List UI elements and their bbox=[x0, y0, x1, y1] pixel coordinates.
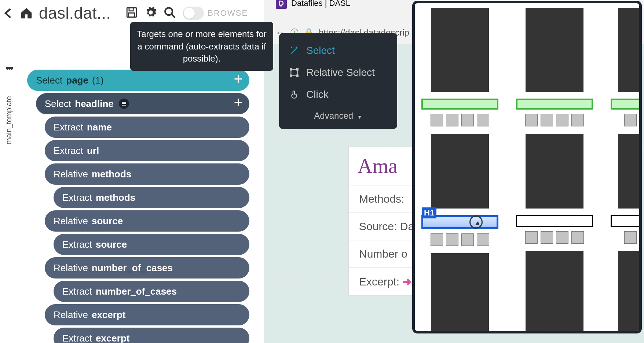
mm-square[interactable] bbox=[446, 233, 458, 246]
mm-square[interactable] bbox=[571, 114, 584, 126]
extract-node[interactable]: Extract name bbox=[45, 117, 249, 138]
cmd-label: Relative bbox=[54, 215, 88, 227]
mm-column: H1 bbox=[421, 8, 498, 333]
mm-squares bbox=[624, 231, 642, 244]
mm-square[interactable] bbox=[525, 114, 538, 126]
mm-block[interactable] bbox=[431, 134, 489, 209]
mm-squares bbox=[431, 114, 489, 126]
mm-square[interactable] bbox=[640, 231, 642, 244]
mm-empty-bar[interactable] bbox=[516, 215, 593, 227]
cursor-icon bbox=[469, 215, 483, 229]
wand-icon bbox=[289, 46, 300, 55]
svg-rect-11 bbox=[290, 75, 292, 77]
context-menu: Select Relative Select Click Advanced ▼ bbox=[279, 33, 397, 129]
mm-block[interactable] bbox=[618, 8, 642, 92]
mm-square[interactable] bbox=[461, 114, 474, 126]
mm-green-bar[interactable] bbox=[421, 99, 498, 110]
mm-square[interactable] bbox=[461, 233, 474, 246]
arg-label: methods bbox=[96, 192, 135, 203]
mm-square[interactable] bbox=[431, 114, 443, 126]
svg-rect-5 bbox=[122, 102, 126, 103]
extract-node[interactable]: Extract methods bbox=[54, 187, 249, 208]
mm-square[interactable] bbox=[624, 231, 637, 244]
mm-block[interactable] bbox=[526, 8, 583, 92]
mm-square[interactable] bbox=[640, 114, 642, 126]
select-page-node[interactable]: Select page (1) + bbox=[27, 70, 249, 91]
command-tree: Select page (1) + Select headline + Extr… bbox=[27, 70, 249, 343]
hand-click-icon bbox=[289, 90, 300, 99]
extract-node[interactable]: Extract number_of_cases bbox=[54, 281, 249, 302]
svg-rect-9 bbox=[290, 69, 292, 70]
svg-point-3 bbox=[165, 8, 173, 15]
mm-block[interactable] bbox=[618, 134, 642, 209]
mm-square[interactable] bbox=[446, 114, 458, 126]
menu-label: Relative Select bbox=[306, 67, 375, 78]
mm-green-bar[interactable] bbox=[516, 99, 593, 110]
browse-label: BROWSE bbox=[208, 8, 248, 18]
svg-rect-10 bbox=[297, 69, 298, 70]
browser-tab[interactable]: D͇ Datafiles | DASL bbox=[276, 0, 350, 9]
cmd-label: Extract bbox=[54, 145, 83, 156]
relative-node[interactable]: Relative excerpt bbox=[45, 304, 249, 325]
browse-toggle[interactable]: BROWSE bbox=[183, 7, 248, 20]
svg-rect-7 bbox=[122, 105, 126, 106]
menu-label: Click bbox=[306, 89, 329, 100]
menu-item-click[interactable]: Click bbox=[279, 84, 397, 106]
extract-node[interactable]: Extract url bbox=[45, 140, 249, 161]
mm-square[interactable] bbox=[556, 231, 568, 244]
mm-block[interactable] bbox=[618, 251, 642, 333]
cmd-label: Extract bbox=[62, 286, 92, 297]
mm-selected-bar[interactable]: H1 bbox=[421, 215, 498, 229]
menu-item-relative-select[interactable]: Relative Select bbox=[279, 62, 397, 84]
toggle-track[interactable] bbox=[183, 7, 204, 20]
mm-square[interactable] bbox=[541, 114, 553, 126]
mm-squares bbox=[431, 233, 489, 246]
mm-block[interactable] bbox=[431, 8, 489, 92]
arg-label: excerpt bbox=[96, 333, 130, 343]
element-tag: H1 bbox=[422, 207, 436, 218]
mm-square[interactable] bbox=[477, 233, 489, 246]
select-headline-node[interactable]: Select headline + bbox=[36, 93, 249, 114]
relative-node[interactable]: Relative number_of_cases bbox=[45, 257, 249, 279]
mm-block[interactable] bbox=[526, 134, 583, 209]
home-icon[interactable] bbox=[18, 4, 35, 22]
save-icon[interactable] bbox=[125, 6, 138, 20]
arg-label: methods bbox=[92, 169, 131, 180]
mm-square[interactable] bbox=[571, 231, 584, 244]
mm-empty-bar[interactable] bbox=[611, 215, 642, 227]
search-icon[interactable] bbox=[164, 6, 176, 20]
arg-label: headline bbox=[75, 98, 113, 110]
plus-icon[interactable]: + bbox=[234, 94, 243, 111]
cmd-label: Select bbox=[36, 75, 62, 86]
menu-label: Advanced bbox=[314, 111, 353, 121]
side-handle[interactable]: ••• main_template bbox=[1, 62, 17, 144]
mm-square[interactable] bbox=[477, 114, 489, 126]
list-icon bbox=[119, 99, 129, 109]
back-icon[interactable] bbox=[0, 4, 18, 22]
arg-label: url bbox=[87, 145, 99, 156]
mm-green-bar[interactable] bbox=[611, 99, 642, 110]
relative-node[interactable]: Relative source bbox=[45, 210, 249, 232]
gear-icon[interactable] bbox=[144, 6, 157, 20]
mm-square[interactable] bbox=[556, 114, 568, 126]
menu-item-advanced[interactable]: Advanced ▼ bbox=[279, 106, 397, 122]
mm-square[interactable] bbox=[624, 114, 637, 126]
relative-select-icon bbox=[289, 68, 300, 77]
drag-dots-icon[interactable]: ••• bbox=[6, 62, 12, 74]
svg-rect-1 bbox=[129, 8, 133, 11]
arrow-right-icon: ➜ bbox=[402, 275, 411, 288]
mm-block[interactable] bbox=[431, 253, 489, 333]
count-label: (1) bbox=[92, 75, 104, 86]
svg-rect-12 bbox=[297, 75, 298, 77]
relative-node[interactable]: Relative methods bbox=[45, 163, 249, 185]
mm-square[interactable] bbox=[525, 231, 538, 244]
cmd-label: Extract bbox=[54, 122, 83, 133]
mm-block[interactable] bbox=[526, 251, 583, 333]
menu-item-select[interactable]: Select bbox=[279, 40, 397, 62]
extract-node[interactable]: Extract source bbox=[54, 234, 249, 255]
mm-square[interactable] bbox=[431, 233, 443, 246]
element-minimap[interactable]: H1 bbox=[412, 1, 642, 333]
extract-node[interactable]: Extract excerpt bbox=[54, 328, 249, 343]
mm-square[interactable] bbox=[541, 231, 553, 244]
plus-icon[interactable]: + bbox=[234, 70, 243, 88]
